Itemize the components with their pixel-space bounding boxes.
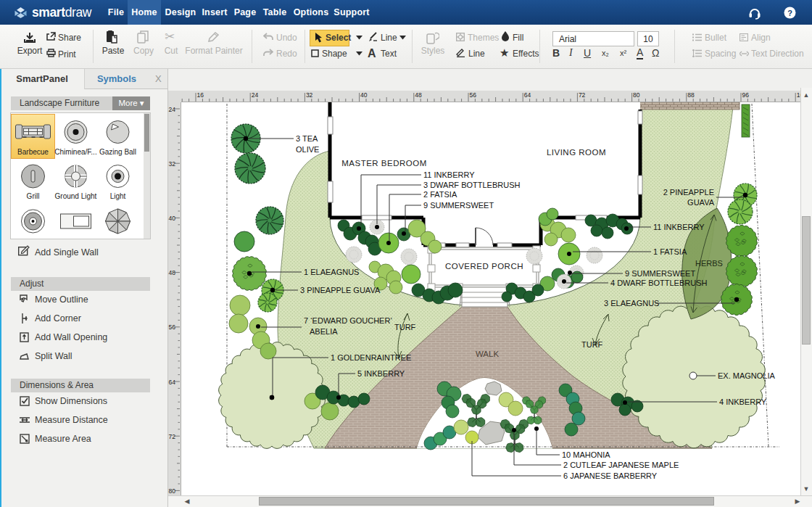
svg-text:72: 72 <box>579 91 586 99</box>
svg-text:64: 64 <box>169 379 176 386</box>
svg-text:32: 32 <box>306 91 313 99</box>
svg-text:4 DWARF BOTTLEBRUSH: 4 DWARF BOTTLEBRUSH <box>610 279 707 287</box>
svg-text:6 JAPANESE BARBERRY: 6 JAPANESE BARBERRY <box>563 471 658 480</box>
svg-text:56: 56 <box>470 91 477 99</box>
svg-text:88: 88 <box>687 91 695 99</box>
svg-text:32: 32 <box>169 160 176 168</box>
svg-text:1 ELAEAGNUS: 1 ELAEAGNUS <box>304 268 359 276</box>
svg-text:2 PINEAPPLE: 2 PINEAPPLE <box>663 188 714 197</box>
svg-text:16: 16 <box>197 91 204 99</box>
svg-text:2 CUTLEAF JAPANESE MAPLE: 2 CUTLEAF JAPANESE MAPLE <box>563 461 679 469</box>
svg-text:WALK: WALK <box>476 350 499 358</box>
svg-text:3 ELAEAGNUS: 3 ELAEAGNUS <box>604 299 659 308</box>
svg-text:?: ? <box>787 9 792 17</box>
svg-text:TURF: TURF <box>394 323 416 331</box>
svg-text:24: 24 <box>169 106 176 113</box>
svg-text:48: 48 <box>415 91 422 99</box>
svg-text:EX. MAGNOLIA: EX. MAGNOLIA <box>718 371 776 380</box>
svg-text:9 SUMMERSWEET: 9 SUMMERSWEET <box>423 201 494 210</box>
svg-text:3 PINEAPPLE GUAVA: 3 PINEAPPLE GUAVA <box>300 286 381 294</box>
svg-text:11 INKBERRY: 11 INKBERRY <box>423 170 475 179</box>
svg-text:COVERED PORCH: COVERED PORCH <box>445 262 523 271</box>
svg-text:56: 56 <box>169 323 176 331</box>
svg-text:3 TEA: 3 TEA <box>296 134 318 143</box>
svg-text:3 DWARF BOTTLEBRUSH: 3 DWARF BOTTLEBRUSH <box>423 181 520 189</box>
svg-text:1 FATSIA: 1 FATSIA <box>653 247 687 256</box>
svg-text:80: 80 <box>169 487 176 495</box>
svg-text:9 SUMMERSWEET: 9 SUMMERSWEET <box>625 269 695 278</box>
svg-text:MASTER BEDROOM: MASTER BEDROOM <box>341 159 427 168</box>
svg-text:11 INKBERRY: 11 INKBERRY <box>653 223 705 231</box>
svg-text:2 FATSIA: 2 FATSIA <box>423 190 457 199</box>
svg-text:ABELIA: ABELIA <box>310 327 338 336</box>
svg-text:96: 96 <box>742 91 750 99</box>
svg-text:10 MAHONIA: 10 MAHONIA <box>562 450 610 459</box>
svg-text:40: 40 <box>360 91 368 99</box>
svg-text:48: 48 <box>169 269 176 276</box>
svg-text:4 INKBERRY: 4 INKBERRY <box>719 397 767 406</box>
svg-text:5 INKBERRY: 5 INKBERRY <box>357 369 405 378</box>
svg-text:24: 24 <box>252 91 259 99</box>
svg-text:OLIVE: OLIVE <box>296 145 319 154</box>
svg-text:72: 72 <box>169 433 176 440</box>
svg-text:GUAVA: GUAVA <box>687 198 715 207</box>
svg-text:64: 64 <box>524 91 531 99</box>
svg-text:1 GOLDENRAINTREE: 1 GOLDENRAINTREE <box>331 353 411 362</box>
svg-text:40: 40 <box>169 215 176 222</box>
svg-text:HERBS: HERBS <box>695 259 723 268</box>
svg-text:7 ‘EDWARD GOUCHER’: 7 ‘EDWARD GOUCHER’ <box>304 316 392 325</box>
svg-text:TURF: TURF <box>581 340 603 349</box>
svg-text:80: 80 <box>633 91 640 99</box>
svg-text:LIVING ROOM: LIVING ROOM <box>547 148 606 157</box>
